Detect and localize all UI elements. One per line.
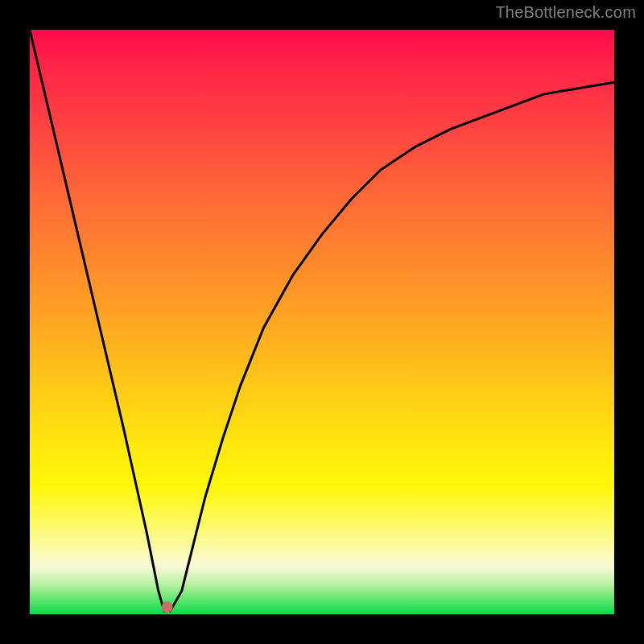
watermark-text: TheBottleneck.com bbox=[495, 3, 636, 22]
optimum-marker bbox=[162, 601, 173, 613]
curve-svg bbox=[30, 30, 614, 614]
chart-frame: TheBottleneck.com bbox=[0, 0, 644, 644]
bottleneck-curve bbox=[30, 30, 614, 611]
plot-area bbox=[30, 30, 614, 614]
